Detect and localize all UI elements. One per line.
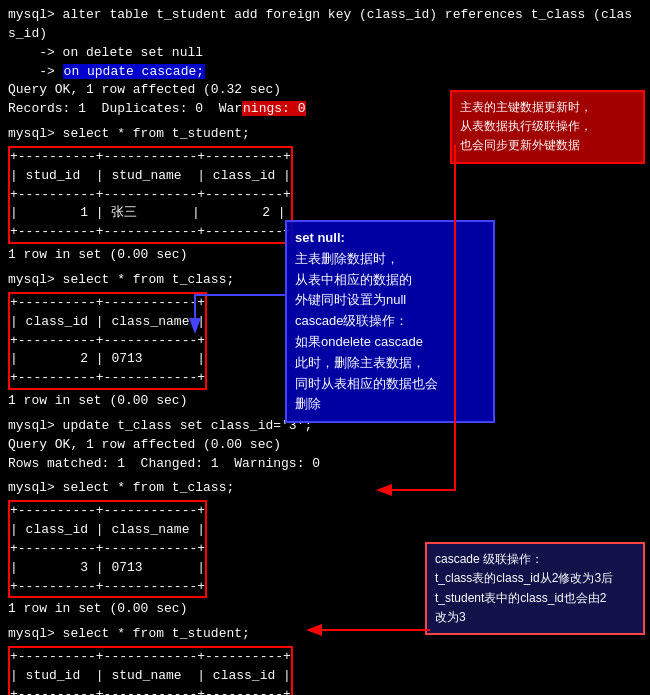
table-class-sep-3: +----------+------------+: [10, 369, 205, 388]
annotation-set-null: set null: 主表删除数据时，从表中相应的数据的外键同时设置为nullca…: [285, 220, 495, 423]
cmd-line-2: s_id): [8, 25, 642, 44]
table-sep-1: +----------+------------+----------+: [10, 148, 291, 167]
table-student-2: +----------+------------+----------+ | s…: [8, 646, 293, 695]
cmd-line-4: -> on update cascade;: [8, 63, 642, 82]
highlight-warnings-1: nings: 0: [242, 101, 306, 116]
table-class-1: +----------+------------+ | class_id | c…: [8, 292, 207, 390]
annotation-cascade-update-text: 主表的主键数据更新时，从表数据执行级联操作，也会同步更新外键数据: [460, 100, 592, 152]
table-student2-sep-1: +----------+------------+----------+: [10, 648, 291, 667]
annotation-cascade-detail-text: cascade 级联操作：t_class表的class_id从2修改为3后t_s…: [435, 550, 635, 627]
table-class-sep-1: +----------+------------+: [10, 294, 205, 313]
table-class2-sep-3: +----------+------------+: [10, 578, 205, 597]
annotation-cascade-detail: cascade 级联操作：t_class表的class_id从2修改为3后t_s…: [425, 542, 645, 635]
table-row-student-1: | 1 | 张三 | 2 |: [10, 204, 291, 223]
table-class2-header: | class_id | class_name |: [10, 521, 205, 540]
table-student2-header: | stud_id | stud_name | class_id |: [10, 667, 291, 686]
table-header-1: | stud_id | stud_name | class_id |: [10, 167, 291, 186]
annotation-cascade-update: 主表的主键数据更新时，从表数据执行级联操作，也会同步更新外键数据: [450, 90, 645, 164]
query-ok-2: Query OK, 1 row affected (0.00 sec): [8, 436, 642, 455]
terminal: mysql> alter table t_student add foreign…: [0, 0, 650, 695]
table-sep-2: +----------+------------+----------+: [10, 186, 291, 205]
table-class2-sep-1: +----------+------------+: [10, 502, 205, 521]
table-class-2: +----------+------------+ | class_id | c…: [8, 500, 207, 598]
cmd-select-class-2: mysql> select * from t_class;: [8, 479, 642, 498]
table-sep-3: +----------+------------+----------+: [10, 223, 291, 242]
row-affected-1: 1 row affected: [86, 82, 195, 97]
table-class-header: | class_id | class_name |: [10, 313, 205, 332]
cmd-line-3: -> on delete set null: [8, 44, 642, 63]
annotation-set-null-text: set null: 主表删除数据时，从表中相应的数据的外键同时设置为nullca…: [295, 228, 485, 415]
prompt-1: mysql>: [8, 7, 63, 22]
table-class2-sep-2: +----------+------------+: [10, 540, 205, 559]
table-class-sep-2: +----------+------------+: [10, 332, 205, 351]
table-class-row-1: | 2 | 0713 |: [10, 350, 205, 369]
cmd-line-1: mysql> alter table t_student add foreign…: [8, 6, 642, 25]
highlight-on-update: on update cascade;: [63, 64, 205, 79]
rows-matched: Rows matched: 1 Changed: 1 Warnings: 0: [8, 455, 642, 474]
table-student2-sep-2: +----------+------------+----------+: [10, 686, 291, 695]
table-student-1: +----------+------------+----------+ | s…: [8, 146, 293, 244]
table-class2-row-1: | 3 | 0713 |: [10, 559, 205, 578]
